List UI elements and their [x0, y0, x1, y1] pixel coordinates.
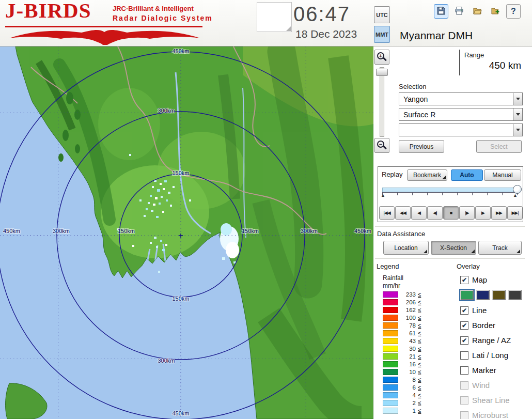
legend-swatch: [383, 330, 398, 336]
legend-value: 1: [402, 408, 416, 414]
play-reverse-button[interactable]: ◀: [411, 206, 427, 220]
line-checkbox[interactable]: ✔: [460, 306, 468, 315]
legend-lte-sign: ≤: [418, 299, 421, 305]
legend-swatch: [383, 361, 398, 367]
import-data-button[interactable]: [488, 4, 503, 19]
legend-swatch: [383, 384, 398, 391]
legend-row: 78≤: [383, 321, 421, 329]
step-forward-button[interactable]: |▶: [459, 206, 475, 220]
range-az-checkbox[interactable]: ✔: [460, 336, 468, 345]
legend-row: 206≤: [383, 298, 421, 306]
skip-to-end-button[interactable]: ▶▶|: [507, 206, 523, 220]
timeline-ticks: [382, 192, 519, 195]
legend-lte-sign: ≤: [418, 384, 421, 391]
legend-swatch: [383, 369, 398, 375]
overlay-label: Range / AZ: [472, 336, 511, 345]
previous-button[interactable]: Previous: [399, 140, 444, 153]
preview-thumbnail[interactable]: [257, 2, 292, 32]
chevron-down-icon: [516, 129, 520, 131]
mmt-toggle-button[interactable]: MMT: [374, 26, 390, 43]
overlay-label: Wind: [472, 381, 490, 390]
zoom-slider-track[interactable]: [380, 67, 384, 137]
dropdown-button[interactable]: [513, 93, 522, 105]
zoom-slider[interactable]: [375, 67, 388, 137]
x-section-button[interactable]: X-Section: [431, 241, 476, 255]
select-button[interactable]: Select: [476, 140, 522, 153]
legend-value: 4: [402, 392, 416, 398]
help-button[interactable]: ?: [506, 4, 521, 19]
timeline-track[interactable]: [382, 188, 519, 192]
dropdown-button[interactable]: [513, 108, 522, 120]
overlay-options: ✔ Map ✔ Line ✔ Border ✔ Range / AZ Lati …: [460, 272, 530, 419]
palette-swatch-gray[interactable]: [508, 290, 522, 300]
legend-unit-line2: mm/hr: [383, 282, 400, 289]
dropdown-button[interactable]: [513, 124, 522, 136]
overlay-item-border[interactable]: ✔ Border: [460, 318, 530, 333]
ring-label-300-top: 300km: [158, 107, 175, 114]
legend-value: 78: [402, 322, 416, 329]
legend-lte-sign: ≤: [418, 392, 421, 398]
zoom-in-button[interactable]: +: [374, 50, 389, 65]
overlay-item-map[interactable]: ✔ Map: [460, 272, 530, 287]
palette-swatch-green[interactable]: [460, 290, 474, 300]
overlay-item-lati-long[interactable]: Lati / Long: [460, 348, 530, 363]
step-back-button[interactable]: ◀|: [427, 206, 443, 220]
timeline-end-marker[interactable]: ▲: [513, 193, 518, 198]
play-button[interactable]: ▶: [475, 206, 491, 220]
map-color-palette[interactable]: [460, 287, 530, 303]
legend-swatch: [383, 307, 398, 313]
skip-to-start-button[interactable]: |◀◀: [379, 206, 395, 220]
fast-forward-button[interactable]: ▶▶: [491, 206, 507, 220]
wind-checkbox: [460, 381, 468, 390]
overlay-item-range-az[interactable]: ✔ Range / AZ: [460, 333, 530, 348]
open-file-button[interactable]: [470, 4, 484, 19]
extra-dropdown[interactable]: [399, 123, 523, 136]
chevron-down-icon: [516, 98, 520, 100]
overlay-label: Border: [472, 321, 495, 330]
track-button[interactable]: Track: [478, 241, 522, 255]
zoom-in-icon: +: [377, 52, 387, 62]
overlay-label: Shear Line: [472, 396, 510, 405]
print-button[interactable]: [452, 4, 466, 19]
legend-row: 61≤: [383, 329, 421, 337]
legend-value: 21: [402, 353, 416, 360]
stop-button[interactable]: ■: [443, 206, 459, 220]
legend-value: 61: [402, 330, 416, 336]
zoom-out-icon: −: [377, 141, 387, 150]
auto-mode-button[interactable]: Auto: [451, 169, 483, 181]
zoom-slider-thumb[interactable]: [376, 69, 388, 76]
overlay-item-line[interactable]: ✔ Line: [460, 303, 530, 318]
save-button[interactable]: [434, 4, 448, 19]
timeline-thumb[interactable]: [513, 185, 522, 194]
lati-long-checkbox[interactable]: [460, 351, 468, 360]
overlay-item-wind: Wind: [460, 378, 530, 393]
ring-label-300-left: 300km: [53, 228, 70, 234]
location-button[interactable]: Location: [383, 241, 429, 255]
legend-lte-sign: ≤: [418, 369, 421, 375]
site-dropdown-value: Yangon: [399, 93, 513, 105]
replay-timeline[interactable]: ▲ ▲: [382, 188, 519, 199]
radar-map-view[interactable]: 450km 300km 150km 450km 300km 150km 150k…: [0, 46, 373, 419]
jbirds-application: J-BIRDS JRC-Brilliant & Intelligent Rada…: [0, 0, 532, 419]
marker-checkbox[interactable]: [460, 366, 468, 375]
zoom-out-button[interactable]: −: [374, 138, 389, 153]
product-dropdown[interactable]: Surface R: [399, 108, 523, 121]
manual-mode-button[interactable]: Manual: [484, 169, 521, 181]
border-checkbox[interactable]: ✔: [460, 321, 468, 330]
map-checkbox[interactable]: ✔: [460, 276, 468, 284]
legend-lte-sign: ≤: [418, 400, 421, 406]
fast-rewind-button[interactable]: ◀◀: [395, 206, 411, 220]
palette-swatch-olive[interactable]: [492, 290, 506, 300]
legend-row: 21≤: [383, 352, 421, 360]
palette-swatch-navy[interactable]: [476, 290, 490, 300]
legend-value: 16: [402, 361, 416, 367]
utc-toggle-button[interactable]: UTC: [374, 6, 390, 23]
ring-label-150-left: 150km: [118, 228, 135, 234]
overlay-label: Map: [472, 275, 487, 284]
legend-value: 30: [402, 346, 416, 352]
legend-swatch: [383, 392, 398, 398]
overlay-item-marker[interactable]: Marker: [460, 363, 530, 378]
site-dropdown[interactable]: Yangon: [399, 92, 523, 105]
bookmark-button[interactable]: Bookmark: [407, 169, 447, 181]
timeline-start-marker[interactable]: ▲: [381, 193, 385, 198]
